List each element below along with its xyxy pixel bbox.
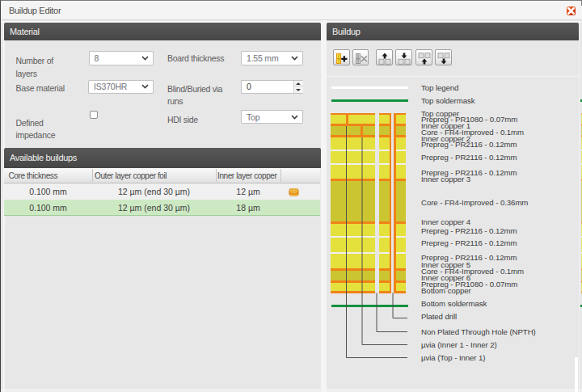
svg-text:Bottom copper: Bottom copper [421, 286, 472, 295]
svg-text:Bottom soldermask: Bottom soldermask [421, 299, 487, 308]
svg-text:Inner copper 3: Inner copper 3 [421, 175, 470, 183]
svg-text:µvia (Top - Inner 1): µvia (Top - Inner 1) [421, 353, 486, 362]
svg-text:Non Plated Through Hole (NPTH): Non Plated Through Hole (NPTH) [421, 327, 536, 336]
svg-text:Prepreg - PR2116 - 0.12mm: Prepreg - PR2116 - 0.12mm [421, 153, 517, 162]
svg-text:Top legend: Top legend [421, 83, 458, 92]
svg-text:Prepreg - PR2116 - 0.12mm: Prepreg - PR2116 - 0.12mm [421, 140, 517, 149]
svg-text:µvia (Inner 1 - Inner 2): µvia (Inner 1 - Inner 2) [421, 340, 497, 349]
svg-text:Prepreg - PR2116 - 0.12mm: Prepreg - PR2116 - 0.12mm [421, 226, 517, 235]
svg-text:Core - FR4-Improved - 0.36mm: Core - FR4-Improved - 0.36mm [421, 198, 528, 207]
svg-text:Plated drill: Plated drill [421, 312, 457, 321]
svg-text:Prepreg - PR2116 - 0.12mm: Prepreg - PR2116 - 0.12mm [421, 238, 517, 247]
svg-text:Top soldermask: Top soldermask [421, 96, 475, 105]
svg-text:Inner copper 4: Inner copper 4 [421, 217, 471, 226]
